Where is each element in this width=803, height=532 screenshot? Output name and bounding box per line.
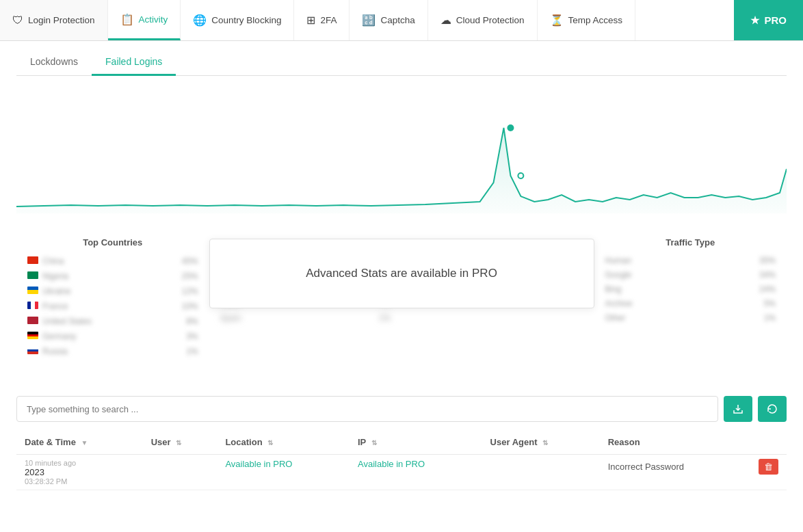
reason-value: Incorrect Password bbox=[608, 462, 684, 472]
traffic-type-col: Traffic Type Human 35% Google 34% Bing 2… bbox=[594, 232, 787, 382]
flag-cn bbox=[27, 256, 38, 264]
nav-captcha-label: Captcha bbox=[380, 15, 414, 25]
tab-failed-logins[interactable]: Failed Logins bbox=[92, 49, 176, 76]
col-reason: Reason bbox=[600, 430, 787, 455]
col-location: Location ⇅ bbox=[217, 430, 350, 455]
sort-icon[interactable]: ⇅ bbox=[542, 439, 548, 447]
list-item: Nigeria 25% bbox=[27, 271, 198, 281]
nav-country-blocking-label: Country Blocking bbox=[211, 15, 281, 25]
date-main: 2023 bbox=[25, 467, 135, 477]
nav-captcha[interactable]: 🔡 Captcha bbox=[350, 0, 427, 40]
flag-us bbox=[27, 317, 38, 324]
cell-ip: Available in PRO bbox=[350, 455, 482, 490]
nav-login-protection[interactable]: 🛡 Login Protection bbox=[0, 0, 108, 40]
search-input[interactable] bbox=[16, 396, 718, 422]
sort-icon[interactable]: ⇅ bbox=[371, 439, 377, 447]
captcha-icon: 🔡 bbox=[362, 14, 376, 27]
list-item: Germany 3% bbox=[27, 331, 198, 341]
col-user: User ⇅ bbox=[143, 430, 218, 455]
nav-cloud-protection-label: Cloud Protection bbox=[456, 15, 525, 25]
export-button[interactable] bbox=[724, 396, 752, 422]
nav-login-protection-label: Login Protection bbox=[28, 15, 95, 25]
pro-label: PRO bbox=[764, 14, 787, 26]
ip-value: Available in PRO bbox=[358, 459, 425, 469]
main-nav: 🛡 Login Protection 📋 Activity 🌐 Country … bbox=[0, 0, 803, 41]
list-item: Google 34% bbox=[605, 270, 776, 280]
cell-location: Available in PRO bbox=[217, 455, 350, 490]
activity-chart bbox=[16, 87, 787, 224]
cloud-icon: ☁ bbox=[440, 14, 451, 27]
col-user-agent: User Agent ⇅ bbox=[482, 430, 600, 455]
activity-icon: 📋 bbox=[120, 13, 134, 26]
flag-ng bbox=[27, 271, 38, 279]
date-time: 03:28:32 PM bbox=[25, 477, 135, 486]
cell-user bbox=[143, 455, 218, 490]
pro-overlay: Advanced Stats are available in PRO bbox=[209, 239, 594, 308]
failed-logins-table: Date & Time ▼ User ⇅ Location ⇅ IP ⇅ bbox=[16, 430, 787, 490]
star-icon: ★ bbox=[750, 14, 759, 27]
pro-button[interactable]: ★ PRO bbox=[734, 0, 803, 40]
flag-ua bbox=[27, 287, 38, 294]
list-item: Human 35% bbox=[605, 256, 776, 265]
nav-country-blocking[interactable]: 🌐 Country Blocking bbox=[181, 0, 294, 40]
table-header-row: Date & Time ▼ User ⇅ Location ⇅ IP ⇅ bbox=[16, 430, 787, 455]
list-item: Russia 1% bbox=[27, 346, 198, 356]
2fa-icon: ⊞ bbox=[306, 14, 315, 27]
list-item: France 10% bbox=[27, 301, 198, 311]
nav-activity-label: Activity bbox=[139, 14, 168, 25]
list-item: China 45% bbox=[27, 256, 198, 266]
cell-date-time: 10 minutes ago 2023 03:28:32 PM bbox=[16, 455, 143, 490]
col-ip: IP ⇅ bbox=[350, 430, 482, 455]
stats-section: Top Countries China 45% Nigeria 25% Ukra… bbox=[16, 232, 787, 382]
search-bar-row bbox=[16, 396, 787, 422]
hourglass-icon: ⏳ bbox=[550, 14, 564, 27]
nav-2fa-label: 2FA bbox=[320, 15, 337, 25]
nav-2fa[interactable]: ⊞ 2FA bbox=[294, 0, 350, 40]
sort-icon[interactable]: ▼ bbox=[81, 439, 88, 447]
list-item: Ukraine 12% bbox=[27, 286, 198, 296]
tab-lockdowns[interactable]: Lockdowns bbox=[16, 49, 92, 76]
nav-temp-access-label: Temp Access bbox=[568, 15, 623, 25]
date-ago: 10 minutes ago bbox=[25, 459, 135, 467]
shield-icon: 🛡 bbox=[12, 14, 23, 27]
list-item: Bing 24% bbox=[605, 284, 776, 294]
cell-user-agent bbox=[482, 455, 600, 490]
nav-cloud-protection[interactable]: ☁ Cloud Protection bbox=[428, 0, 538, 40]
delete-button[interactable]: 🗑 bbox=[759, 459, 778, 475]
flag-ru bbox=[27, 347, 38, 354]
pro-overlay-text: Advanced Stats are available in PRO bbox=[306, 267, 497, 280]
nav-temp-access[interactable]: ⏳ Temp Access bbox=[538, 0, 636, 40]
nav-activity[interactable]: 📋 Activity bbox=[108, 0, 181, 40]
globe-icon: 🌐 bbox=[193, 14, 207, 27]
sub-tabs: Lockdowns Failed Logins bbox=[16, 41, 787, 76]
table-row: 10 minutes ago 2023 03:28:32 PM Availabl… bbox=[16, 455, 787, 490]
main-content: Lockdowns Failed Logins Top C bbox=[0, 41, 803, 532]
location-value: Available in PRO bbox=[225, 459, 292, 469]
sort-icon[interactable]: ⇅ bbox=[176, 439, 181, 447]
top-countries-col: Top Countries China 45% Nigeria 25% Ukra… bbox=[16, 232, 209, 382]
cell-reason: Incorrect Password 🗑 bbox=[600, 455, 787, 490]
list-item: Archive 5% bbox=[605, 299, 776, 308]
flag-fr bbox=[27, 302, 38, 309]
refresh-button[interactable] bbox=[758, 396, 787, 422]
traffic-type-title: Traffic Type bbox=[605, 237, 776, 248]
top-countries-title: Top Countries bbox=[27, 237, 198, 248]
list-item: Other 1% bbox=[605, 313, 776, 323]
sort-icon[interactable]: ⇅ bbox=[267, 439, 273, 447]
col-date-time: Date & Time ▼ bbox=[16, 430, 143, 455]
list-item: United States 8% bbox=[27, 316, 198, 326]
svg-point-0 bbox=[507, 124, 514, 131]
svg-point-1 bbox=[518, 173, 523, 178]
list-item: Spam 1% bbox=[220, 313, 391, 323]
flag-de bbox=[27, 332, 38, 339]
